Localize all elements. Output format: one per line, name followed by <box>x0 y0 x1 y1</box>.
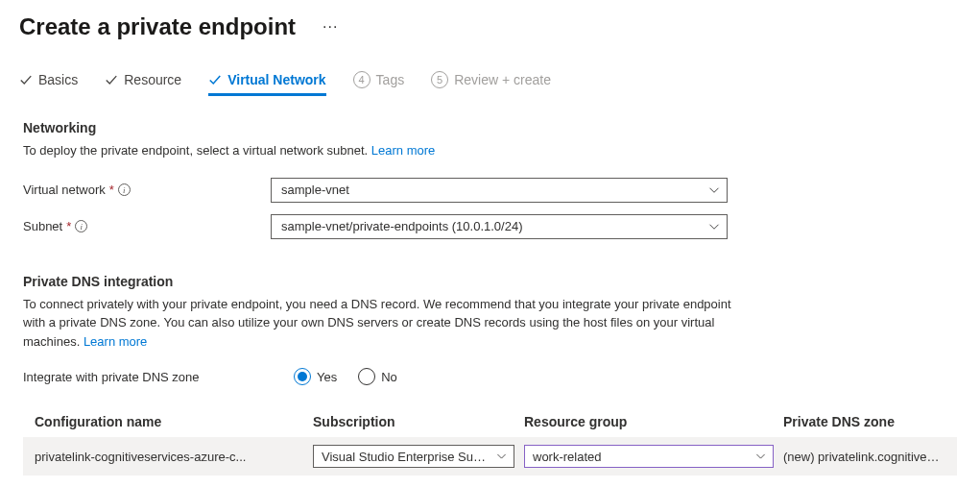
info-icon[interactable]: i <box>118 183 131 196</box>
virtual-network-label: Virtual network * i <box>23 183 271 197</box>
column-header-resource-group: Resource group <box>524 414 774 429</box>
tab-tags-label: Tags <box>376 72 405 87</box>
column-header-zone: Private DNS zone <box>783 414 945 429</box>
step-number-icon: 5 <box>431 71 448 88</box>
networking-learn-more-link[interactable]: Learn more <box>371 143 435 158</box>
tab-resource-label: Resource <box>124 72 181 87</box>
step-number-icon: 4 <box>353 71 370 88</box>
tab-virtual-network-label: Virtual Network <box>227 72 325 87</box>
resource-group-select[interactable]: work-related <box>524 445 774 468</box>
integrate-dns-radio-group: Yes No <box>294 368 397 385</box>
integrate-dns-yes-radio[interactable]: Yes <box>294 368 337 385</box>
tab-review-create[interactable]: 5 Review + create <box>431 71 551 97</box>
networking-heading: Networking <box>23 120 957 135</box>
tab-review-create-label: Review + create <box>454 72 551 87</box>
checkmark-icon <box>19 73 33 86</box>
dns-description: To connect privately with your private e… <box>23 295 753 352</box>
tab-resource[interactable]: Resource <box>105 72 181 96</box>
dns-learn-more-link[interactable]: Learn more <box>84 334 147 349</box>
info-icon[interactable]: i <box>75 220 87 232</box>
networking-description: To deploy the private endpoint, select a… <box>23 141 957 160</box>
tab-basics[interactable]: Basics <box>19 72 78 96</box>
radio-label: Yes <box>317 370 337 384</box>
page-title: Create a private endpoint <box>19 13 296 40</box>
tab-basics-label: Basics <box>38 72 78 87</box>
subnet-select[interactable]: sample-vnet/private-endpoints (10.0.1.0/… <box>271 214 728 239</box>
required-indicator: * <box>66 219 71 233</box>
table-row: privatelink-cognitiveservices-azure-c...… <box>23 437 957 476</box>
tab-tags[interactable]: 4 Tags <box>353 71 405 97</box>
dns-heading: Private DNS integration <box>23 274 957 289</box>
column-header-subscription: Subscription <box>313 414 514 429</box>
tab-virtual-network[interactable]: Virtual Network <box>208 72 325 96</box>
virtual-network-select[interactable]: sample-vnet <box>271 178 728 203</box>
dns-config-table: Configuration name Subscription Resource… <box>23 406 957 476</box>
integrate-dns-label: Integrate with private DNS zone <box>23 370 294 384</box>
column-header-config-name: Configuration name <box>35 414 303 429</box>
cell-config-name: privatelink-cognitiveservices-azure-c... <box>35 450 303 464</box>
required-indicator: * <box>109 183 114 197</box>
checkmark-icon <box>105 73 118 86</box>
more-actions-button[interactable]: ··· <box>323 18 338 36</box>
subscription-select[interactable]: Visual Studio Enterprise Subscrip… <box>313 445 514 468</box>
wizard-tabs: Basics Resource Virtual Network 4 Tags 5… <box>0 50 980 97</box>
integrate-dns-no-radio[interactable]: No <box>358 368 397 385</box>
checkmark-icon <box>208 73 222 86</box>
radio-label: No <box>381 370 397 384</box>
subnet-label: Subnet * i <box>23 219 271 233</box>
cell-private-dns-zone: (new) privatelink.cognitiveservices.az..… <box>783 450 945 464</box>
